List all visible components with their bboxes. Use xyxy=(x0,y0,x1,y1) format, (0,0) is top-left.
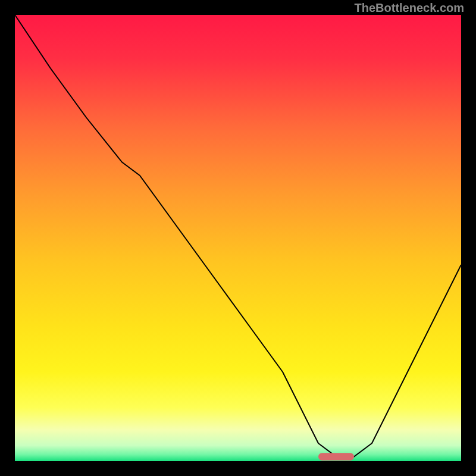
chart-frame: TheBottleneck.com xyxy=(0,0,476,476)
bottleneck-chart xyxy=(15,15,461,461)
gradient-background xyxy=(15,15,461,461)
optimal-range-marker xyxy=(318,453,354,461)
watermark-text: TheBottleneck.com xyxy=(355,1,464,15)
